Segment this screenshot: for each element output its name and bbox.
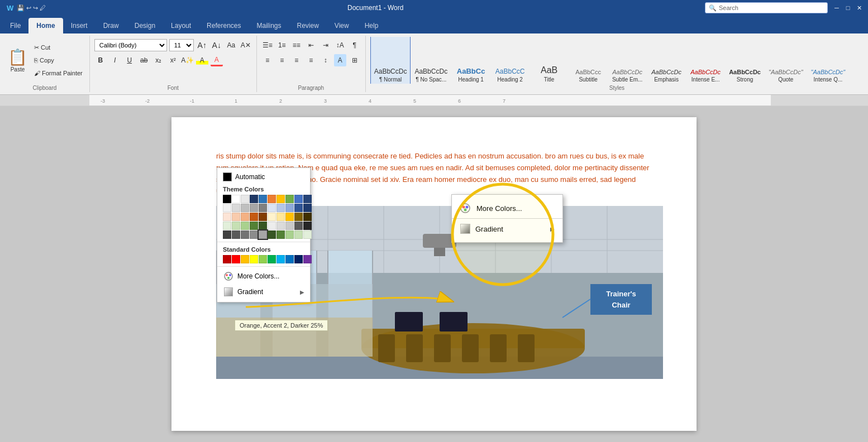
cp-swatch[interactable] — [294, 195, 303, 203]
style-subtitle[interactable]: AaBbCcc Subtitle — [569, 37, 608, 84]
decrease-font-btn[interactable]: A↓ — [211, 39, 223, 51]
copy-button[interactable]: ⎘ Copy — [32, 54, 85, 66]
cp-swatch[interactable] — [294, 213, 303, 221]
cp-swatch[interactable] — [268, 222, 276, 230]
style-heading1[interactable]: AaBbCc Heading 1 — [451, 37, 490, 84]
cut-button[interactable]: ✂ Cut — [32, 41, 85, 54]
cp-swatch[interactable] — [241, 204, 249, 212]
cp-std-swatch[interactable] — [276, 255, 285, 263]
tab-mailings[interactable]: Mailings — [249, 18, 289, 33]
subscript-btn[interactable]: x₂ — [152, 54, 165, 66]
tab-file[interactable]: File — [2, 18, 28, 33]
search-bar[interactable]: 🔍 Search — [705, 2, 828, 13]
cp-std-swatch[interactable] — [250, 255, 258, 263]
numbering-btn[interactable]: 1≡ — [276, 39, 288, 51]
decrease-indent-btn[interactable]: ⇤ — [305, 39, 317, 51]
font-color-btn[interactable]: A — [211, 54, 223, 66]
style-emphasis[interactable]: AaBbCcDc Emphasis — [647, 37, 686, 84]
cp-swatch[interactable] — [232, 222, 240, 230]
cp-swatch[interactable] — [259, 195, 267, 203]
cp-swatch[interactable] — [285, 222, 294, 230]
tab-view[interactable]: View — [327, 18, 357, 33]
style-subtle-em[interactable]: AaBbCcDc Subtle Em... — [608, 37, 647, 84]
strikethrough-btn[interactable]: ab — [138, 54, 150, 66]
style-strong[interactable]: AaBbCcDc Strong — [725, 37, 765, 84]
increase-font-btn[interactable]: A↑ — [196, 39, 208, 51]
popup-gradient-item[interactable]: Gradient ▶ — [452, 220, 562, 238]
cp-swatch[interactable] — [285, 195, 294, 203]
cp-swatch[interactable] — [250, 222, 258, 230]
cp-swatch[interactable] — [276, 230, 285, 239]
cp-swatch[interactable] — [303, 204, 312, 212]
align-center-btn[interactable]: ≡ — [276, 54, 288, 66]
cp-std-swatch[interactable] — [241, 255, 249, 263]
cp-gradient-option[interactable]: Gradient ▶ — [217, 284, 310, 300]
cp-swatch[interactable] — [223, 230, 231, 239]
cp-swatch[interactable] — [232, 195, 240, 203]
tab-home[interactable]: Home — [28, 18, 63, 33]
style-quote[interactable]: "AaBbCcDc" Quote — [765, 37, 807, 84]
cp-swatch[interactable] — [250, 204, 258, 212]
cp-swatch[interactable] — [250, 213, 258, 221]
cp-swatch[interactable] — [285, 230, 294, 239]
cp-std-swatch[interactable] — [285, 255, 294, 263]
tab-review[interactable]: Review — [289, 18, 327, 33]
minimize-btn[interactable]: ─ — [832, 3, 841, 12]
cp-swatch[interactable] — [268, 213, 276, 221]
cp-swatch[interactable] — [232, 213, 240, 221]
tab-insert[interactable]: Insert — [63, 18, 96, 33]
cp-swatch[interactable] — [223, 204, 231, 212]
cp-swatch[interactable] — [276, 195, 285, 203]
style-heading2[interactable]: AaBbCcC Heading 2 — [490, 37, 530, 84]
cp-more-colors-btn[interactable]: More Colors... — [217, 268, 310, 284]
cp-swatch[interactable] — [223, 213, 231, 221]
maximize-btn[interactable]: □ — [843, 3, 852, 12]
cp-swatch[interactable] — [285, 204, 294, 212]
text-effects-btn[interactable]: A✨ — [182, 54, 194, 66]
underline-btn[interactable]: U — [123, 54, 136, 66]
increase-indent-btn[interactable]: ⇥ — [319, 39, 332, 51]
tab-design[interactable]: Design — [127, 18, 163, 33]
cp-swatch[interactable] — [285, 213, 294, 221]
cp-automatic-option[interactable]: Automatic — [217, 170, 310, 184]
text-highlight-btn[interactable]: A — [196, 54, 208, 66]
cp-std-swatch[interactable] — [259, 255, 267, 263]
format-painter-button[interactable]: 🖌 Format Painter — [32, 67, 85, 79]
multilevel-btn[interactable]: ≡≡ — [290, 39, 303, 51]
cp-swatch[interactable] — [241, 195, 249, 203]
shading-btn[interactable]: A — [334, 54, 346, 66]
cp-std-swatch[interactable] — [268, 255, 276, 263]
superscript-btn[interactable]: x² — [167, 54, 179, 66]
cp-swatch[interactable] — [303, 213, 312, 221]
tab-references[interactable]: References — [199, 18, 249, 33]
cp-swatch[interactable] — [294, 230, 303, 239]
cp-swatch[interactable] — [303, 222, 312, 230]
cp-swatch[interactable] — [241, 213, 249, 221]
italic-btn[interactable]: I — [109, 54, 121, 66]
cp-swatch[interactable] — [268, 204, 276, 212]
cp-swatch[interactable] — [259, 213, 267, 221]
cp-std-swatch[interactable] — [223, 255, 231, 263]
close-btn[interactable]: ✕ — [855, 3, 864, 12]
font-size-select[interactable]: 11 — [169, 39, 194, 51]
tab-layout[interactable]: Layout — [163, 18, 199, 33]
cp-swatch[interactable] — [259, 222, 267, 230]
cp-swatch[interactable] — [276, 204, 285, 212]
show-hide-btn[interactable]: ¶ — [349, 39, 361, 51]
cp-swatch[interactable] — [259, 230, 267, 239]
justify-btn[interactable]: ≡ — [305, 54, 317, 66]
cp-swatch[interactable] — [294, 204, 303, 212]
cp-swatch[interactable] — [268, 195, 276, 203]
cp-swatch[interactable] — [276, 222, 285, 230]
cp-swatch[interactable] — [241, 222, 249, 230]
align-right-btn[interactable]: ≡ — [290, 54, 303, 66]
sort-btn[interactable]: ↕A — [334, 39, 346, 51]
cp-swatch[interactable] — [232, 230, 240, 239]
style-intense-q[interactable]: "AaBbCcDc" Intense Q... — [807, 37, 850, 84]
line-spacing-btn[interactable]: ↕ — [319, 54, 332, 66]
paste-button[interactable]: 📋 Paste — [4, 46, 31, 74]
bullets-btn[interactable]: ☰≡ — [261, 39, 274, 51]
cp-swatch[interactable] — [250, 195, 258, 203]
cp-swatch[interactable] — [268, 230, 276, 239]
popup-more-colors-item[interactable]: More Colors... — [452, 199, 562, 217]
